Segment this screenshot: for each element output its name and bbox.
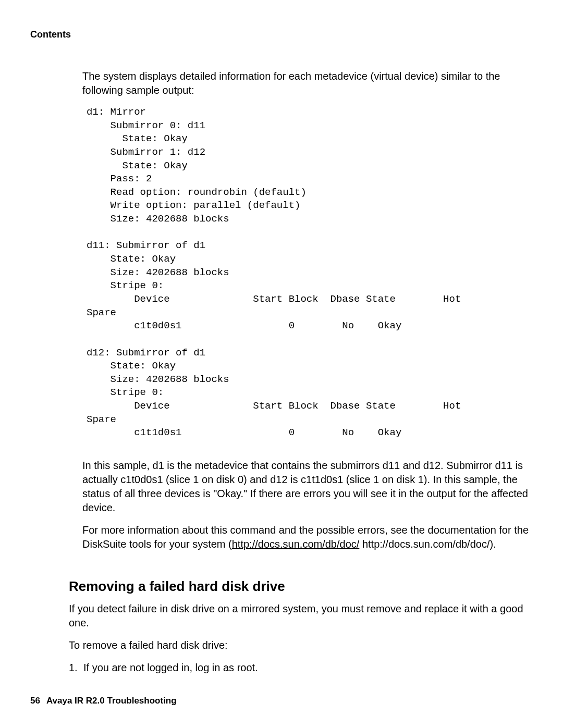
intro-paragraph: The system displays detailed information… [82, 69, 533, 97]
contents-heading: Contents [30, 29, 533, 40]
step-1: 1.If you are not logged in, log in as ro… [69, 661, 533, 675]
section-heading: Removing a failed hard disk drive [69, 578, 533, 595]
step-1-text: If you are not logged in, log in as root… [83, 662, 258, 673]
body-column: The system displays detailed information… [82, 69, 533, 551]
p2-post-text: http://docs.sun.com/db/doc/). [359, 538, 496, 550]
section-block: Removing a failed hard disk drive If you… [69, 578, 533, 675]
page-number: 56 [30, 696, 40, 706]
section-paragraph-2: To remove a failed hard disk drive: [69, 638, 533, 652]
page-footer: 56Avaya IR R2.0 Troubleshooting [30, 696, 177, 706]
step-1-marker: 1. [69, 661, 83, 675]
docs-link[interactable]: http://docs.sun.com/db/doc/ [232, 538, 360, 550]
explanation-paragraph-2: For more information about this command … [82, 523, 533, 551]
footer-title: Avaya IR R2.0 Troubleshooting [46, 696, 177, 706]
code-sample: d1: Mirror Submirror 0: d11 State: Okay … [87, 106, 533, 440]
section-paragraph-1: If you detect failure in disk drive on a… [69, 602, 533, 630]
page: Contents The system displays detailed in… [0, 0, 563, 728]
explanation-paragraph-1: In this sample, d1 is the metadevice tha… [82, 459, 533, 515]
